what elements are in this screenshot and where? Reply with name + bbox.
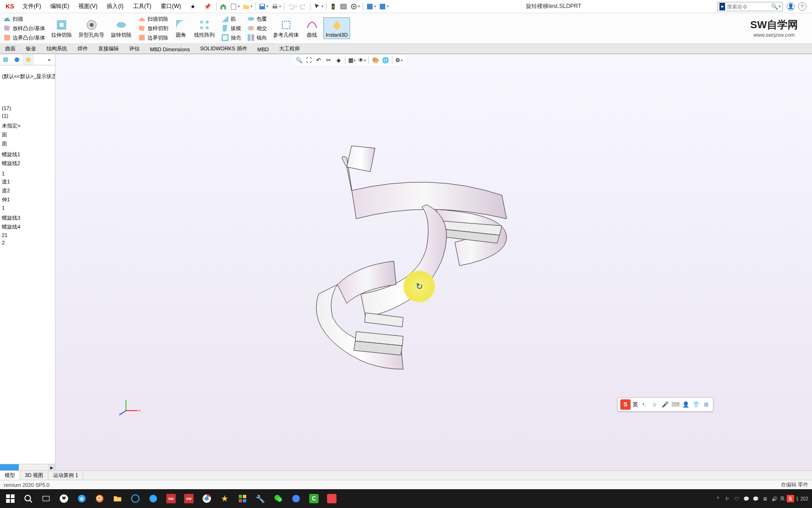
new-icon[interactable]: ▾ (228, 1, 241, 12)
tray-wechat-icon[interactable]: 💬 (742, 495, 750, 502)
app-search[interactable] (91, 490, 108, 507)
tree-item[interactable]: 螺旋线3 (0, 214, 55, 222)
hide-show-icon[interactable]: 👁▾ (358, 56, 366, 64)
panel-tab-tree[interactable] (0, 55, 11, 65)
app-rec[interactable] (323, 490, 340, 507)
redo-icon[interactable] (298, 1, 309, 12)
tree-item[interactable]: 道1 (0, 177, 55, 186)
options-icon[interactable]: ▾ (349, 1, 361, 12)
save2-icon[interactable]: ▾ (365, 1, 377, 12)
tab-sheetmetal[interactable]: 钣金 (21, 43, 41, 54)
view-orient-icon[interactable]: ◈ (334, 56, 343, 64)
search-input[interactable] (727, 4, 771, 9)
tab-mbd[interactable]: MBD (252, 45, 274, 54)
tab-directedit[interactable]: 直接编辑 (93, 43, 124, 54)
extrude-cut-button[interactable]: 拉伸切除 (49, 17, 74, 40)
tree-item[interactable]: 道2 (0, 186, 55, 195)
tree-item[interactable]: 1 (0, 204, 55, 212)
tab-structure[interactable]: 结构系统 (41, 43, 72, 54)
ime-toolbar[interactable]: S 英 •, ☺ 🎤 ⌨ 👤 👕 ⊞ (617, 397, 713, 412)
tree-item[interactable]: (1) (0, 112, 55, 119)
ime-emoji-icon[interactable]: ☺ (650, 400, 659, 409)
tree-item[interactable]: 面 (0, 139, 55, 148)
app-grid[interactable] (234, 490, 251, 507)
app-explorer[interactable] (109, 490, 126, 507)
menu-view[interactable]: 视图(V) (74, 0, 102, 13)
ime-user-icon[interactable]: 👤 (681, 400, 690, 409)
sweep-button[interactable]: 扫描 (1, 14, 47, 24)
tree-item[interactable] (0, 246, 55, 248)
ime-lang[interactable]: 英 (632, 401, 638, 409)
app-chrome[interactable] (198, 490, 215, 507)
start-button[interactable] (2, 490, 19, 507)
rib-button[interactable]: 筋 (219, 14, 242, 24)
app-wxwork[interactable] (288, 490, 304, 507)
app-cortana[interactable] (127, 490, 144, 507)
boundary-cut-button[interactable]: 边界切除 (136, 33, 170, 42)
curves-button[interactable]: 曲线 (304, 17, 320, 40)
tree-item[interactable]: 21 (0, 231, 55, 239)
sogou-icon[interactable]: S (620, 399, 631, 410)
tree-item[interactable]: 伸1 (0, 195, 55, 204)
pin-icon[interactable]: 📌 (200, 3, 215, 10)
intersect-button[interactable]: 相交 (245, 24, 268, 33)
scene-icon[interactable]: 🌐 (381, 56, 390, 64)
tree-item[interactable]: 螺旋线2 (0, 159, 55, 168)
undo-icon[interactable]: ▾ (286, 1, 298, 12)
tray-sogou-icon[interactable]: S (787, 495, 794, 502)
tree-item[interactable]: 面 (0, 130, 55, 139)
tree-item[interactable]: 螺旋线1 (0, 150, 55, 159)
sweep-cut-button[interactable]: 扫描切除 (136, 14, 170, 24)
ime-tool-icon[interactable]: ⊞ (702, 400, 710, 409)
search-icon[interactable]: 🔍 (771, 3, 778, 10)
boundary-button[interactable]: 边界凸台/基体 (1, 33, 47, 42)
tree-item[interactable]: 螺旋线4 (0, 222, 55, 231)
instant3d-button[interactable]: Instant3D (323, 17, 350, 39)
tray-time[interactable]: 1 (796, 496, 799, 501)
panel-tab-prop[interactable] (11, 55, 23, 65)
help-icon[interactable]: ? (798, 2, 806, 11)
panel-tab-more[interactable]: ▸ (44, 55, 55, 65)
tray-year[interactable]: 202 (800, 496, 808, 501)
zoom-fit-icon[interactable]: 🔍 (295, 56, 303, 64)
search-button[interactable] (20, 490, 37, 507)
tray-shield-icon[interactable]: 🛡 (733, 495, 741, 502)
loft-cut-button[interactable]: 放样切割 (136, 24, 170, 33)
tree-item[interactable]: (17) (0, 104, 55, 112)
tree-item[interactable]: 未指定> (0, 121, 55, 130)
tab-3dview[interactable]: 3D 视图 (20, 471, 48, 480)
app-edge[interactable] (145, 490, 162, 507)
print-icon[interactable]: ▾ (270, 1, 282, 12)
select-icon[interactable]: ▾ (312, 1, 325, 12)
tree-config[interactable]: (默认<<默认>_显示状态 (0, 72, 55, 81)
panel-tab-config[interactable] (23, 55, 34, 65)
menu-insert[interactable]: 插入(I) (102, 0, 128, 13)
tab-addins[interactable]: SOLIDWORKS 插件 (195, 43, 252, 54)
tray-wx2-icon[interactable]: 💬 (752, 495, 759, 502)
tab-model[interactable]: 模型 (0, 471, 20, 480)
tray-flag-icon[interactable]: 🏳 (724, 495, 731, 502)
tab-surface[interactable]: 曲面 (0, 43, 21, 54)
ime-keyboard-icon[interactable]: ⌨ (671, 400, 679, 409)
scrollbar-h[interactable]: ▸ (0, 464, 55, 470)
app-camtasia[interactable]: C (305, 490, 322, 507)
section-view-icon[interactable]: ✂ (324, 56, 333, 64)
shell-button[interactable]: 抽壳 (219, 33, 242, 42)
menu-star[interactable]: ★ (186, 0, 200, 13)
pattern-button[interactable]: 线性阵列 (192, 17, 217, 40)
tab-weldment[interactable]: 焊件 (72, 43, 93, 54)
hole-wizard-button[interactable]: 异型孔向导 (77, 17, 106, 40)
menu-file[interactable]: 文件(F) (18, 0, 46, 13)
app-star[interactable]: ★ (216, 490, 233, 507)
prev-view-icon[interactable]: ↶ (314, 56, 323, 64)
app-copilot[interactable] (55, 490, 72, 507)
draft-button[interactable]: 拔模 (219, 24, 242, 33)
user-icon[interactable]: 👤 (787, 2, 795, 11)
ime-punct-icon[interactable]: •, (640, 400, 648, 409)
app-sw2[interactable]: SW (180, 490, 197, 507)
tray-vol-icon[interactable]: 🔊 (771, 495, 778, 502)
mirror-button[interactable]: 镜向 (245, 33, 268, 42)
taskview-button[interactable] (38, 490, 55, 507)
save-icon[interactable]: ▾ (257, 1, 270, 12)
ref-geom-button[interactable]: 参考几何体 (271, 17, 301, 40)
